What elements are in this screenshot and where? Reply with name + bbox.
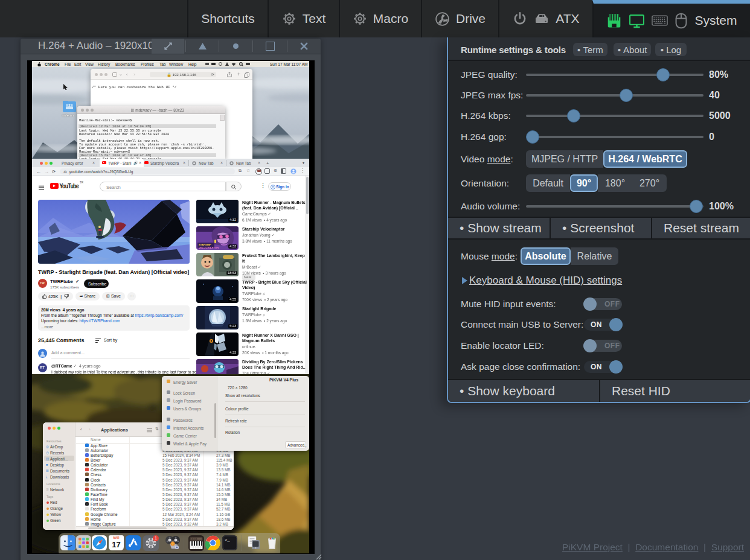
svg-text:VELOCIRAPTOR: VELOCIRAPTOR	[199, 246, 219, 249]
svg-text:1: 1	[155, 536, 157, 540]
svg-text:MAR: MAR	[113, 536, 120, 539]
